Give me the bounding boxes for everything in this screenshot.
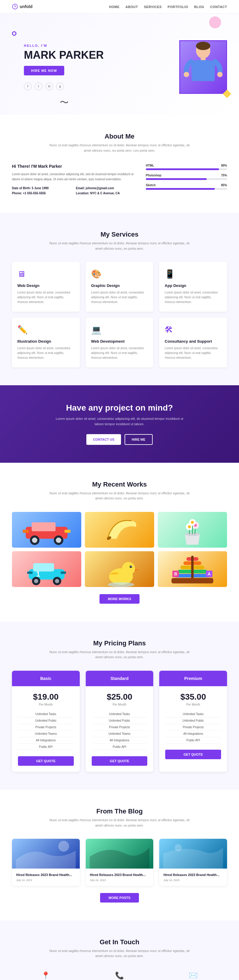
pricing-body: $25.00 Per Month Unlimited TasksUnlimite… — [86, 686, 154, 772]
pricing-feature: Unlimited Public — [165, 718, 221, 724]
nav-logo[interactable]: unfold — [12, 3, 32, 10]
services-title: My Services — [12, 231, 227, 239]
blog-card[interactable]: Hired Releases 2023 Brand Health... July… — [86, 839, 154, 886]
blog-content: Hired Releases 2023 Brand Health... July… — [159, 869, 227, 886]
svg-point-51 — [58, 841, 69, 851]
pricing-period: Per Month — [165, 703, 221, 706]
cta-contact-button[interactable]: CONTACT US — [87, 434, 121, 445]
nav-portfolio[interactable]: Portfolio — [168, 5, 188, 9]
nav-logo-text: unfold — [20, 4, 32, 9]
service-icon: 🎨 — [91, 269, 102, 280]
service-card: 🎨 Graphic Design Lorem ipsum dolor sit a… — [86, 262, 154, 312]
service-card: ✏️ Illustration Design Lorem ipsum dolor… — [12, 318, 80, 368]
pricing-price: $25.00 — [92, 692, 148, 702]
service-name: Web Development — [91, 339, 148, 344]
skill-name: Sketch — [146, 183, 156, 187]
work-item[interactable] — [12, 512, 81, 548]
pricing-feature: Unlimited Tasks — [165, 711, 221, 718]
about-location-label: Location: — [76, 192, 89, 195]
service-desc: Lorem ipsum dolor sit amet, consectetur … — [165, 290, 222, 304]
contact-title: Get In Touch — [12, 938, 227, 946]
works-more-button[interactable]: MORE WORKS — [99, 594, 140, 604]
nav-contact[interactable]: Contact — [210, 5, 227, 9]
work-item[interactable] — [85, 551, 154, 587]
pricing-feature: Public API — [165, 737, 221, 744]
service-desc: Lorem ipsum dolor sit amet, consectetur … — [17, 346, 74, 360]
pricing-price: $35.00 — [165, 692, 221, 702]
blog-post-date: July 24, 2023 — [164, 879, 223, 882]
service-name: Graphic Design — [91, 283, 148, 288]
svg-rect-13 — [64, 530, 71, 533]
about-dob-label: Date of Birth: — [12, 186, 31, 190]
cta-subtitle: Lorem ipsum dolor sit amet, consectetur … — [54, 416, 185, 427]
skill-item: Sketch 85% — [146, 183, 227, 190]
blog-post-date: July 24, 2023 — [90, 879, 149, 882]
pricing-header: Basic — [12, 671, 80, 686]
pricing-feature: Unlimited Teams — [92, 730, 148, 737]
hero-social-links: f t in g — [24, 83, 104, 90]
skill-bar — [146, 188, 227, 190]
blog-card[interactable]: Hired Releases 2023 Brand Health... July… — [159, 839, 227, 886]
pricing-period: Per Month — [92, 703, 148, 706]
svg-point-11 — [56, 538, 61, 543]
work-item[interactable] — [85, 512, 154, 548]
work-item[interactable]: A B — [158, 551, 227, 587]
about-email: Email: johnme@gmail.com — [76, 186, 134, 190]
pricing-period: Per Month — [18, 703, 74, 706]
pricing-cta-button[interactable]: GET QUOTE — [165, 750, 221, 759]
hero-content: HELLO, I'M MARK PARKER HIRE ME NOW f t i… — [24, 44, 104, 90]
pricing-features: Unlimited TasksUnlimited PublicPrivate P… — [18, 711, 74, 750]
pricing-grid: Basic $19.00 Per Month Unlimited TasksUn… — [12, 671, 227, 772]
cta-section: Have any project on mind? Lorem ipsum do… — [0, 385, 239, 463]
pricing-feature: Unlimited Tasks — [92, 711, 148, 718]
skill-fill — [146, 178, 207, 180]
about-section: About Me Nunc ut erat sagittis rhoncus e… — [0, 115, 239, 213]
svg-text:1: 1 — [36, 570, 40, 578]
service-name: Web Design — [17, 283, 74, 288]
services-grid: 🖥 Web Design Lorem ipsum dolor sit amet,… — [12, 262, 227, 368]
pricing-feature: All Integrations — [92, 737, 148, 744]
skill-name: HTML — [146, 164, 154, 167]
contact-icon: ✉️ — [187, 970, 199, 980]
social-github[interactable]: g — [56, 83, 64, 90]
hero-hire-button[interactable]: HIRE ME NOW — [24, 66, 64, 75]
service-card: 🛠 Consultancy and Support Lorem ipsum do… — [159, 318, 227, 368]
pricing-features: Unlimited TasksUnlimited PublicPrivate P… — [165, 711, 221, 744]
svg-point-31 — [55, 579, 59, 583]
svg-point-29 — [34, 579, 38, 583]
nav-services[interactable]: Services — [144, 5, 162, 9]
blog-image — [159, 839, 227, 869]
pricing-cta-button[interactable]: GET QUOTE — [18, 756, 74, 766]
pricing-cta-button[interactable]: GET QUOTE — [92, 756, 148, 766]
social-twitter[interactable]: t — [35, 83, 42, 90]
work-item[interactable]: 1 — [12, 551, 81, 587]
nav-links: Home About Services Portfolio Blog Conta… — [109, 4, 227, 9]
skill-name: Photoshop — [146, 174, 161, 177]
skill-item: Photoshop 75% — [146, 174, 227, 180]
about-location-value: NYC & C Avenue, CA — [90, 192, 120, 195]
pricing-card: Standard $25.00 Per Month Unlimited Task… — [86, 671, 154, 772]
cta-title: Have any project on mind? — [12, 403, 227, 413]
blog-card[interactable]: Hired Releases 2023 Brand Health... July… — [12, 839, 80, 886]
social-linkedin[interactable]: in — [45, 83, 53, 90]
social-facebook[interactable]: f — [24, 83, 32, 90]
contact-info: 📍 Address 175 Main Street NEW YORK City,… — [12, 970, 227, 980]
cta-hire-button[interactable]: HIRE ME — [125, 434, 152, 445]
works-subtitle: Nunc ut erat sagittis rhoncus elementum … — [48, 491, 191, 501]
pricing-feature: All Integrations — [165, 730, 221, 737]
about-location: Location: NYC & C Avenue, CA — [76, 192, 134, 195]
nav-home[interactable]: Home — [109, 5, 120, 9]
hero-portrait-frame — [179, 40, 227, 94]
nav-about[interactable]: About — [125, 5, 138, 9]
svg-text:B: B — [174, 571, 177, 576]
blog-post-title: Hired Releases 2023 Brand Health... — [90, 873, 149, 877]
about-dob: Date of Birth: 5 June 1990 — [12, 186, 70, 190]
contact-info-item: 📍 Address 175 Main Street NEW YORK City,… — [12, 970, 80, 980]
svg-point-38 — [107, 582, 135, 587]
blog-post-title: Hired Releases 2023 Brand Health... — [164, 873, 223, 877]
service-desc: Lorem ipsum dolor sit amet, consectetur … — [91, 346, 148, 360]
nav-blog[interactable]: Blog — [194, 5, 204, 9]
work-item[interactable] — [158, 512, 227, 548]
svg-rect-7 — [32, 522, 56, 531]
blog-more-button[interactable]: MORE POSTS — [100, 893, 139, 902]
